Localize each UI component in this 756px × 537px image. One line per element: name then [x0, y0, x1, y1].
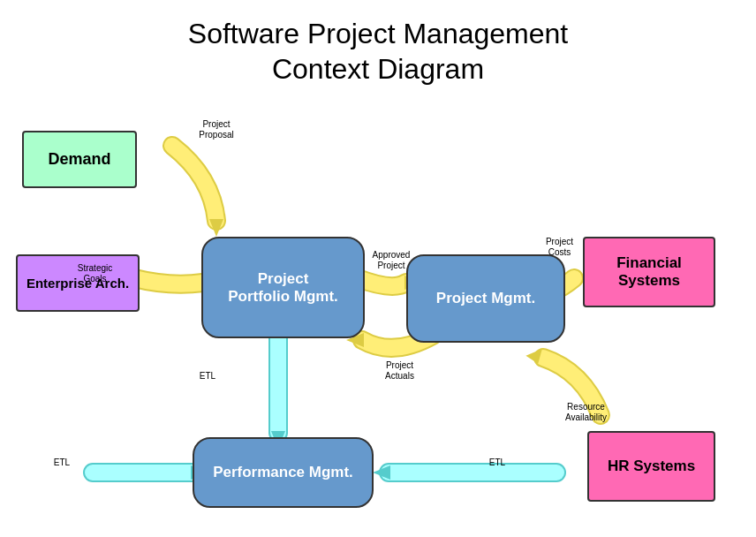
svg-marker-3 [209, 219, 223, 237]
hr-systems-label: HR Systems [608, 458, 695, 475]
page-title: Software Project Management Context Diag… [0, 0, 756, 95]
demand-box: Demand [22, 131, 137, 188]
financial-systems-label: Financial Systems [585, 254, 714, 290]
project-proposal-label: Project Proposal [190, 119, 243, 140]
approved-project-label: Approved Project [365, 250, 418, 271]
project-actuals-label: Project Actuals [375, 360, 424, 382]
hr-systems-box: HR Systems [587, 431, 715, 502]
title-line2: Context Diagram [272, 53, 484, 85]
project-costs-label: Project Costs [535, 237, 584, 258]
project-portfolio-box: Project Portfolio Mgmt. [201, 237, 365, 338]
diagram-area: Demand Financial Systems Enterprise Arch… [0, 106, 756, 537]
demand-label: Demand [48, 150, 110, 169]
etl-bottom-left-label: ETL [49, 458, 75, 468]
performance-mgmt-box: Performance Mgmt. [193, 437, 374, 508]
project-mgmt-box: Project Mgmt. [406, 254, 565, 343]
etl-bottom-right-label: ETL [484, 458, 510, 468]
resource-availability-label: Resource Availability [553, 402, 619, 423]
financial-systems-box: Financial Systems [583, 237, 715, 307]
svg-marker-11 [525, 349, 547, 367]
etl-left-label: ETL [194, 371, 221, 382]
svg-marker-10 [373, 465, 390, 480]
project-portfolio-label: Project Portfolio Mgmt. [228, 270, 338, 306]
performance-mgmt-label: Performance Mgmt. [213, 464, 353, 481]
strategic-goals-label: Strategic Goals [66, 263, 124, 284]
project-mgmt-label: Project Mgmt. [436, 290, 535, 307]
title-line1: Software Project Management [188, 18, 568, 49]
